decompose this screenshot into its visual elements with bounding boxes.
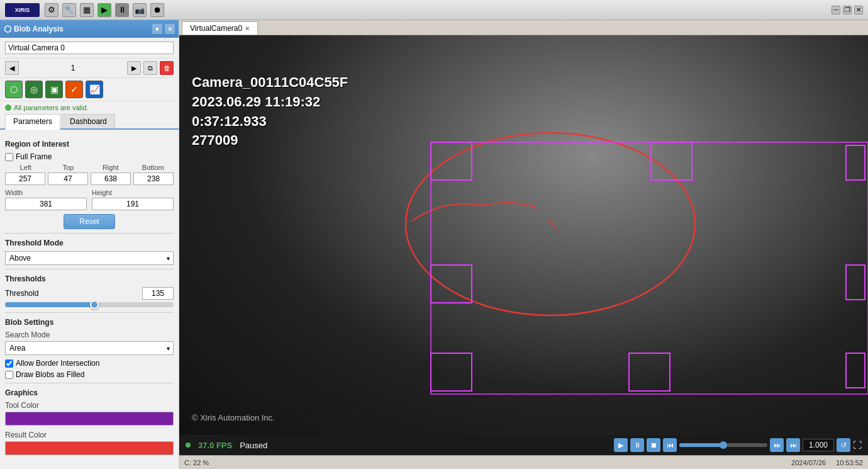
allow-border-row: Allow Border Intersection xyxy=(5,359,174,368)
bottom-input[interactable] xyxy=(133,172,174,185)
panel-close-button[interactable]: ✕ xyxy=(165,24,175,34)
right-input[interactable] xyxy=(91,172,131,185)
full-frame-checkbox[interactable] xyxy=(5,153,13,161)
next-frame-button[interactable]: ⏭ xyxy=(770,438,784,452)
app-status-bar: C: 22 % 2024/07/26 10:53:52 xyxy=(179,455,868,469)
tool-film-button[interactable]: ▣ xyxy=(45,81,63,98)
paused-text: Paused xyxy=(240,441,267,450)
tool-color-swatch[interactable] xyxy=(5,412,174,426)
camera-select-dropdown[interactable]: Virtual Camera 0 xyxy=(5,42,174,54)
nav-prev-button[interactable]: ◀ xyxy=(5,61,19,75)
prev-frame-button[interactable]: ⏮ xyxy=(663,438,677,452)
tab-dashboard[interactable]: Dashboard xyxy=(62,114,115,128)
stop-icon[interactable]: ⏸ xyxy=(115,3,129,17)
status-text: All parameters are valid. xyxy=(14,104,89,111)
threshold-mode-dropdown[interactable]: Above Below Between xyxy=(5,251,174,265)
result-color-swatch[interactable] xyxy=(5,441,174,455)
full-frame-label: Full Frame xyxy=(16,152,52,161)
left-label: Left xyxy=(5,164,47,171)
panel-title-area: ⬡ Blob Analysis xyxy=(4,24,64,34)
threshold-row: Threshold xyxy=(5,287,174,300)
fps-text: 37.0 FPS xyxy=(198,441,232,450)
search-mode-dropdown[interactable]: Area Perimeter Count xyxy=(5,341,174,355)
wh-row: Width Height xyxy=(5,189,174,210)
fullscreen-button[interactable]: ⛶ xyxy=(853,440,862,450)
minimize-button[interactable]: ─ xyxy=(832,6,840,14)
camera-status-bar: 37.0 FPS Paused ▶ ⏸ ⏹ ⏮ ⏭ ⏭ ↺ ⛶ xyxy=(179,435,868,455)
panel-title: Blob Analysis xyxy=(14,25,64,33)
contour-detail-1 xyxy=(412,203,538,221)
thresholds-title: Thresholds xyxy=(5,274,174,283)
settings-icon[interactable]: ⚙ xyxy=(45,3,58,17)
status-row: All parameters are valid. xyxy=(0,101,179,114)
width-input[interactable] xyxy=(5,198,87,210)
zoom-input[interactable] xyxy=(803,439,834,451)
draw-blobs-row: Draw Blobs as Filled xyxy=(5,370,174,379)
panel-content: Region of Interest Full Frame Left Top R… xyxy=(0,130,179,469)
camera-icon[interactable]: 📷 xyxy=(133,3,147,17)
threshold-value-input[interactable] xyxy=(142,287,174,300)
copyright-text: © Xiris Automation Inc. xyxy=(192,413,275,422)
bbox-far-right-mid xyxy=(846,265,865,300)
divider-3 xyxy=(5,312,174,313)
bbox-bottom-mid xyxy=(629,353,670,391)
threshold-slider-thumb[interactable] xyxy=(90,300,99,309)
bbox-top-right xyxy=(651,142,692,180)
playback-slider[interactable] xyxy=(679,443,767,447)
top-input[interactable] xyxy=(48,172,88,185)
allow-border-checkbox[interactable] xyxy=(5,359,13,368)
toolbar-row: ⬡ ◎ ▣ ✓ 📈 xyxy=(0,78,179,101)
width-label: Width xyxy=(5,189,87,196)
draw-blobs-checkbox[interactable] xyxy=(5,371,13,379)
camera-tabs: VirtualCamera0 ✕ xyxy=(179,20,868,35)
skip-end-button[interactable]: ⏭ xyxy=(786,438,800,452)
overlay-line4: 277009 xyxy=(192,131,348,150)
play-icon[interactable]: ▶ xyxy=(97,3,111,17)
height-input[interactable] xyxy=(92,198,174,210)
nav-next-button[interactable]: ▶ xyxy=(127,61,141,75)
bbox-bottom-left xyxy=(431,353,472,391)
stop-control-button[interactable]: ⏹ xyxy=(647,438,660,452)
graphics-title: Graphics xyxy=(5,388,174,397)
status-dot xyxy=(5,105,11,111)
camera-controls: ▶ ⏸ ⏹ ⏮ ⏭ ⏭ ↺ ⛶ xyxy=(614,438,862,452)
camera-tab-0[interactable]: VirtualCamera0 ✕ xyxy=(182,21,258,35)
center-cross-h xyxy=(547,219,557,229)
full-frame-row: Full Frame xyxy=(5,152,174,161)
video-frame: Camera_00111C04C55F 2023.06.29 11:19:32 … xyxy=(179,35,868,435)
maximize-button[interactable]: ❐ xyxy=(843,6,852,14)
left-input[interactable] xyxy=(5,172,45,185)
grid-icon[interactable]: ▦ xyxy=(80,3,94,17)
bbox-mid-left xyxy=(431,265,472,303)
camera-tab-label: VirtualCamera0 xyxy=(190,24,242,33)
tab-parameters[interactable]: Parameters xyxy=(5,114,60,130)
draw-blobs-label: Draw Blobs as Filled xyxy=(16,370,84,379)
camera-tab-close-icon[interactable]: ✕ xyxy=(245,25,250,32)
search-mode-wrapper: Area Perimeter Count ▾ xyxy=(5,341,174,355)
playback-slider-thumb[interactable] xyxy=(720,441,727,449)
record-icon[interactable]: ⏺ xyxy=(150,3,164,17)
pin-button[interactable]: ▾ xyxy=(152,24,162,34)
blob-settings-title: Blob Settings xyxy=(5,318,174,327)
app-status-right: 2024/07/26 10:53:52 xyxy=(791,459,863,466)
search-mode-label: Search Mode xyxy=(5,331,50,339)
tool-region-button[interactable]: ⬡ xyxy=(5,81,23,98)
tools-icon[interactable]: 🔧 xyxy=(62,3,76,17)
tabs-row: Parameters Dashboard xyxy=(0,114,179,130)
right-label: Right xyxy=(90,164,131,171)
tool-chart-button[interactable]: 📈 xyxy=(86,81,103,98)
nav-copy-button[interactable]: ⧉ xyxy=(143,61,157,75)
pause-control-button[interactable]: ⏸ xyxy=(630,438,644,452)
close-button[interactable]: ✕ xyxy=(854,6,863,14)
play-control-button[interactable]: ▶ xyxy=(614,438,628,452)
memory-status: C: 22 % xyxy=(184,459,209,466)
tool-color-label: Tool Color xyxy=(5,401,174,410)
tool-check-button[interactable]: ✓ xyxy=(65,81,83,98)
bbox-top-left xyxy=(431,142,472,180)
refresh-button[interactable]: ↺ xyxy=(837,438,850,452)
blob-contour xyxy=(406,133,695,315)
nav-delete-button[interactable]: 🗑 xyxy=(160,61,174,75)
reset-button[interactable]: Reset xyxy=(64,214,114,229)
bbox-far-right-top xyxy=(846,145,865,180)
tool-target-button[interactable]: ◎ xyxy=(25,81,43,98)
